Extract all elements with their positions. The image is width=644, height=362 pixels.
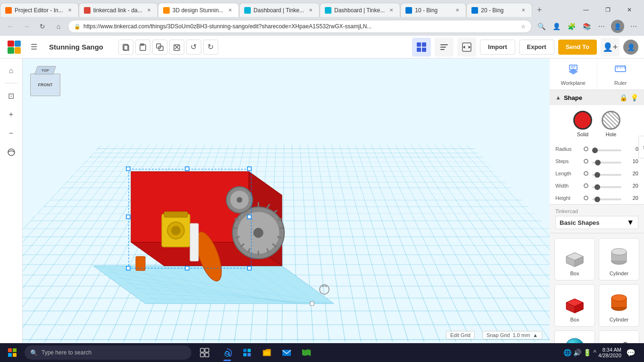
menu-button[interactable]: ☰ xyxy=(26,40,41,55)
start-button[interactable] xyxy=(2,343,23,362)
zoom-in-button[interactable]: + xyxy=(3,106,20,123)
view-cube[interactable]: FRONT TOP xyxy=(30,66,60,96)
reload-button[interactable]: ↻ xyxy=(36,20,49,33)
tab-dashboard2[interactable]: Dashboard | Tinke... ✕ xyxy=(320,3,400,17)
tab-close-btn[interactable]: ✕ xyxy=(307,7,314,14)
radius-dot[interactable] xyxy=(584,147,588,151)
maximize-button[interactable]: ❐ xyxy=(597,3,619,17)
edit-grid-button[interactable]: Edit Grid xyxy=(446,331,475,339)
width-input[interactable] xyxy=(592,186,621,188)
url-bar[interactable]: 🔒 https://www.tinkercad.com/things/3DSoU… xyxy=(68,20,532,33)
library-category-selector[interactable]: Basic Shapes ▼ xyxy=(555,216,638,229)
steps-dot[interactable] xyxy=(584,159,588,164)
tab-close-btn[interactable]: ✕ xyxy=(226,7,234,14)
snap-grid-up-icon[interactable]: ▲ xyxy=(533,332,538,338)
tab-tinkercad-link[interactable]: tinkercad link - da... ✕ xyxy=(79,3,158,17)
shape-item-cylinder-gray[interactable]: Cylinder xyxy=(599,238,639,280)
grid-view-button[interactable] xyxy=(412,38,431,57)
paste-button[interactable] xyxy=(135,40,150,55)
shape-item-box-gray[interactable]: Box xyxy=(554,238,595,280)
collapse-arrow[interactable]: ▲ xyxy=(555,94,561,101)
steps-slider[interactable] xyxy=(592,157,621,165)
browser-menu-button[interactable]: ⋯ xyxy=(627,20,640,33)
import-button[interactable]: Import xyxy=(480,40,515,55)
taskbar-edge-button[interactable] xyxy=(218,343,237,362)
minimize-button[interactable]: — xyxy=(575,3,597,17)
copy-button[interactable] xyxy=(118,40,133,55)
shape-item-scribble[interactable]: Scribble xyxy=(599,330,639,343)
delete-button[interactable] xyxy=(169,40,184,55)
shape-item-box-red[interactable]: Box xyxy=(554,284,595,327)
fit-to-screen-button[interactable]: ⊡ xyxy=(3,87,20,104)
add-user-button[interactable]: 👤+ xyxy=(601,38,619,57)
length-dot[interactable] xyxy=(584,171,588,176)
snap-grid-control[interactable]: Snap Grid 1.0 mm ▲ xyxy=(482,331,542,339)
user-avatar[interactable]: 👤 xyxy=(623,40,638,55)
length-slider[interactable] xyxy=(592,169,621,178)
shape-item-cylinder-orange[interactable]: Cylinder xyxy=(599,284,639,327)
tab-dashboard1[interactable]: Dashboard | Tinke... ✕ xyxy=(239,3,320,17)
send-to-button[interactable]: Send To xyxy=(558,40,597,55)
tray-datetime[interactable]: 8:34 AM 4/28/2020 xyxy=(598,347,621,358)
notification-button[interactable]: 💬 xyxy=(623,343,638,362)
length-input[interactable] xyxy=(592,174,621,176)
code-view-button[interactable] xyxy=(457,38,476,57)
ruler-tool[interactable]: Ruler xyxy=(597,58,644,90)
tab-project-editor[interactable]: Project Editor - In... ✕ xyxy=(0,3,79,17)
orbit-button[interactable] xyxy=(3,144,20,161)
tab-close-btn[interactable]: ✕ xyxy=(520,7,527,14)
undo-button[interactable]: ↺ xyxy=(186,40,201,55)
viewport[interactable]: FRONT TOP xyxy=(23,58,550,343)
taskbar-explorer-button[interactable] xyxy=(257,343,276,362)
height-dot[interactable] xyxy=(584,196,588,200)
redo-button[interactable]: ↻ xyxy=(203,40,218,55)
info-icon[interactable]: 💡 xyxy=(630,94,638,101)
tab-close-btn[interactable]: ✕ xyxy=(145,7,153,14)
radius-slider[interactable] xyxy=(592,145,621,153)
tool-view-button[interactable] xyxy=(435,38,454,57)
lock-icon[interactable]: 🔒 xyxy=(619,94,627,101)
task-view-button[interactable] xyxy=(195,343,214,362)
tinkercad-logo[interactable] xyxy=(6,39,23,56)
tab-close-btn[interactable]: ✕ xyxy=(454,7,461,14)
export-button[interactable]: Export xyxy=(519,40,554,55)
network-icon[interactable]: 🌐 xyxy=(563,349,571,356)
settings-icon[interactable]: ⋯ xyxy=(595,20,608,33)
battery-icon[interactable]: 🔋 xyxy=(583,349,591,356)
tab-close-btn[interactable]: ✕ xyxy=(66,7,74,14)
extensions-icon[interactable]: 🧩 xyxy=(565,20,578,33)
shape-item-sphere[interactable]: Sphere xyxy=(554,330,595,343)
home-button[interactable]: ⌂ xyxy=(52,20,65,33)
zoom-out-button[interactable]: − xyxy=(3,125,20,142)
tab-bing-10[interactable]: 10 - Bing ✕ xyxy=(400,3,466,17)
3d-model-area[interactable] xyxy=(70,87,400,343)
search-bar[interactable]: 🔍 Type here to search xyxy=(25,346,191,360)
collections-icon[interactable]: 📚 xyxy=(580,20,593,33)
taskbar-mail-button[interactable] xyxy=(277,343,296,362)
taskbar-store-button[interactable] xyxy=(238,343,256,362)
duplicate-button[interactable] xyxy=(152,40,167,55)
profile-icon[interactable]: 👤 xyxy=(550,20,563,33)
bookmark-icon[interactable]: ☆ xyxy=(521,24,526,30)
back-button[interactable]: ← xyxy=(4,20,17,33)
home-view-button[interactable]: ⌂ xyxy=(3,62,20,79)
tab-close-btn[interactable]: ✕ xyxy=(388,7,395,14)
search-icon[interactable]: 🔍 xyxy=(535,20,548,33)
hole-option[interactable]: Hole xyxy=(602,111,620,137)
width-slider[interactable] xyxy=(592,181,621,190)
forward-button[interactable]: → xyxy=(20,20,33,33)
hidden-icons-button[interactable]: ^ xyxy=(593,349,596,356)
close-button[interactable]: ✕ xyxy=(619,3,640,17)
steps-input[interactable] xyxy=(592,162,621,164)
new-tab-button[interactable]: + xyxy=(532,3,546,17)
panel-collapse-button[interactable]: › xyxy=(638,136,644,158)
user-profile-button[interactable]: 👤 xyxy=(611,20,624,33)
width-dot[interactable] xyxy=(584,183,588,188)
solid-option[interactable]: Solid xyxy=(573,111,592,137)
tab-bing-20[interactable]: 20 - Bing ✕ xyxy=(466,3,532,17)
taskbar-maps-button[interactable] xyxy=(297,343,316,362)
height-slider[interactable] xyxy=(592,194,621,202)
radius-input[interactable] xyxy=(592,149,621,151)
tab-3d-design[interactable]: 3D design Stunnin... ✕ xyxy=(158,3,239,17)
volume-icon[interactable]: 🔊 xyxy=(573,349,581,356)
